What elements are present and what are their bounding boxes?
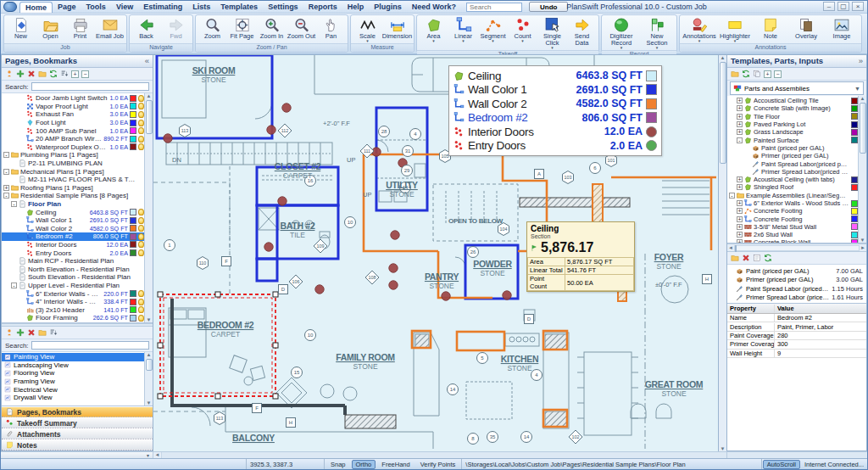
property-column-header[interactable]: Property bbox=[727, 305, 775, 312]
color-swatch[interactable] bbox=[851, 129, 858, 136]
color-swatch[interactable] bbox=[851, 208, 858, 215]
visibility-bulb-icon[interactable] bbox=[138, 290, 144, 297]
ribbon-button[interactable]: Zoom▾ bbox=[198, 16, 227, 40]
color-swatch[interactable] bbox=[851, 215, 858, 222]
color-swatch[interactable] bbox=[130, 315, 136, 322]
color-swatch[interactable] bbox=[851, 239, 858, 243]
canvas-vertical-scrollbar[interactable]: ▲▼ bbox=[718, 55, 726, 451]
count-marker[interactable] bbox=[391, 231, 399, 239]
tree-item[interactable]: - Example Assemblies (Linear/Segment Tak… bbox=[727, 192, 858, 199]
color-swatch[interactable] bbox=[130, 136, 136, 143]
status-toggle-button[interactable]: FreeHand bbox=[377, 460, 414, 469]
expand-toggle-icon[interactable]: - bbox=[3, 152, 9, 158]
expand-toggle-icon[interactable]: + bbox=[737, 105, 743, 111]
ribbon-button[interactable]: Zoom In▾ bbox=[257, 16, 287, 40]
menu-tab[interactable]: Help bbox=[342, 2, 370, 12]
menu-tab[interactable]: Settings bbox=[263, 2, 303, 12]
refresh-icon[interactable] bbox=[49, 70, 58, 78]
color-swatch[interactable] bbox=[130, 249, 136, 256]
expand-toggle-icon[interactable]: - bbox=[729, 193, 735, 199]
expand-toggle-icon[interactable]: + bbox=[737, 184, 743, 190]
legend-item[interactable]: Wall Color 2 4582.0 SQ FT bbox=[453, 97, 657, 111]
ribbon-button[interactable]: Single Click▾ bbox=[537, 16, 567, 49]
refresh-icon[interactable] bbox=[742, 70, 750, 78]
tree-item[interactable]: M2-11 HVAC FLOOR PLANS & T-24 bbox=[2, 176, 144, 184]
visibility-bulb-icon[interactable] bbox=[138, 217, 144, 224]
color-swatch[interactable] bbox=[130, 209, 136, 215]
ribbon-button[interactable]: New▾ bbox=[6, 16, 36, 40]
expand-toggle-icon[interactable]: + bbox=[737, 208, 743, 214]
property-row[interactable]: Primer Coverage 300 bbox=[727, 340, 866, 349]
ribbon-button[interactable]: Count▾ bbox=[508, 16, 537, 42]
color-swatch[interactable] bbox=[851, 113, 858, 120]
visibility-bulb-icon[interactable] bbox=[138, 136, 144, 143]
part-list-item[interactable]: Paint (priced per GAL) 7.00 GAL bbox=[727, 266, 866, 276]
tree-item[interactable]: Paint (priced per GAL) bbox=[727, 144, 858, 152]
visibility-bulb-icon[interactable] bbox=[138, 299, 144, 305]
minimize-button[interactable]: – bbox=[823, 2, 835, 11]
menu-tab[interactable]: Templates bbox=[215, 2, 263, 12]
color-swatch[interactable] bbox=[851, 176, 858, 183]
legend-item[interactable]: Wall Color 1 2691.0 SQ FT bbox=[453, 83, 657, 98]
collapse-all-button[interactable]: − bbox=[774, 70, 782, 78]
visibility-bulb-icon[interactable] bbox=[138, 111, 144, 118]
status-toggle-button[interactable]: Snap bbox=[326, 460, 350, 469]
count-marker[interactable] bbox=[442, 292, 450, 300]
visibility-bulb-icon[interactable] bbox=[138, 225, 144, 232]
parts-assemblies-dropdown[interactable]: Parts and Assemblies ▼ bbox=[730, 81, 864, 95]
property-row[interactable]: Description Paint, Primer, Labor bbox=[727, 322, 866, 331]
visibility-bulb-icon[interactable] bbox=[138, 120, 144, 126]
views-scrollbar[interactable]: ▲▼ bbox=[144, 352, 153, 406]
tree-item[interactable]: Bedroom #2 806.0 SQ FT bbox=[2, 232, 144, 241]
folder-options-icon[interactable] bbox=[38, 70, 47, 78]
menu-tab[interactable]: Reports bbox=[303, 2, 342, 12]
color-swatch[interactable] bbox=[851, 184, 858, 191]
tree-item[interactable]: - Upper Level - Residential Plan bbox=[2, 282, 144, 290]
ribbon-button[interactable]: Image▾ bbox=[824, 16, 860, 40]
pin-icon[interactable] bbox=[5, 328, 14, 337]
close-button[interactable]: × bbox=[852, 2, 864, 11]
tree-item[interactable]: - Mechanical Plans [1 Pages] bbox=[2, 167, 144, 176]
ribbon-button[interactable]: Zoom Out▾ bbox=[287, 16, 316, 40]
tree-item[interactable]: + 2x6 Stud Wall bbox=[727, 231, 858, 238]
tree-item[interactable]: 4" Interior Walls - Wood Stud 338.4 FT bbox=[2, 298, 144, 306]
add-icon[interactable] bbox=[16, 328, 25, 337]
ribbon-button[interactable]: Note▾ bbox=[753, 16, 788, 40]
tree-item[interactable]: Waterproof Duplex Outlet 1.0 EA bbox=[2, 143, 144, 152]
expand-toggle-icon[interactable]: + bbox=[737, 176, 743, 182]
view-list-item[interactable]: Landscaping View bbox=[2, 361, 144, 370]
color-swatch[interactable] bbox=[130, 111, 136, 118]
copy-icon[interactable] bbox=[753, 70, 761, 78]
expand-toggle-icon[interactable]: + bbox=[737, 232, 743, 238]
tree-item[interactable]: Entry Doors 2.0 EA bbox=[2, 249, 144, 257]
ribbon-button[interactable]: Send Data▾ bbox=[567, 16, 597, 47]
tree-item[interactable]: Primer Spread Labor(priced per Hour) bbox=[727, 168, 858, 176]
value-column-header[interactable]: Value bbox=[775, 305, 866, 312]
ribbon-button[interactable]: Dimension▾ bbox=[382, 16, 412, 40]
status-toggle-button[interactable]: Ortho bbox=[352, 460, 376, 469]
collapse-panel-icon[interactable]: « bbox=[145, 56, 149, 66]
report-icon[interactable] bbox=[753, 254, 761, 262]
expand-toggle-icon[interactable]: + bbox=[737, 121, 743, 127]
pages-tree-scrollbar[interactable]: ▲▼ bbox=[144, 93, 153, 322]
ribbon-button[interactable]: Highlighter▾ bbox=[717, 16, 753, 42]
color-swatch[interactable] bbox=[851, 232, 858, 238]
tree-item[interactable]: + 3-5/8" Metal Stud Wall bbox=[727, 223, 858, 231]
tree-item[interactable]: + Concrete Footing bbox=[727, 215, 858, 222]
menu-tab[interactable]: Need Work? bbox=[407, 2, 461, 12]
count-marker[interactable] bbox=[278, 197, 287, 205]
collapse-panel-icon[interactable]: » bbox=[859, 56, 863, 66]
count-marker[interactable] bbox=[282, 104, 291, 112]
color-swatch[interactable] bbox=[130, 241, 136, 248]
tree-item[interactable]: Wall Color 2 4582.0 SQ FT bbox=[2, 225, 144, 233]
view-list-item[interactable]: Painting View bbox=[2, 353, 144, 361]
visibility-bulb-icon[interactable] bbox=[138, 306, 144, 313]
ribbon-button[interactable]: Email Job▾ bbox=[95, 16, 125, 40]
tree-item[interactable]: 20 AMP Branch Wiring 890.2 FT bbox=[2, 135, 144, 143]
app-logo-icon[interactable] bbox=[3, 2, 17, 12]
tree-item[interactable]: Wall Color 1 2691.0 SQ FT bbox=[2, 216, 144, 225]
color-swatch[interactable] bbox=[851, 223, 858, 230]
tree-item[interactable]: + Tile Floor bbox=[727, 113, 858, 120]
visibility-bulb-icon[interactable] bbox=[138, 315, 144, 322]
tree-item[interactable]: + Concrete Block Wall bbox=[727, 238, 858, 243]
